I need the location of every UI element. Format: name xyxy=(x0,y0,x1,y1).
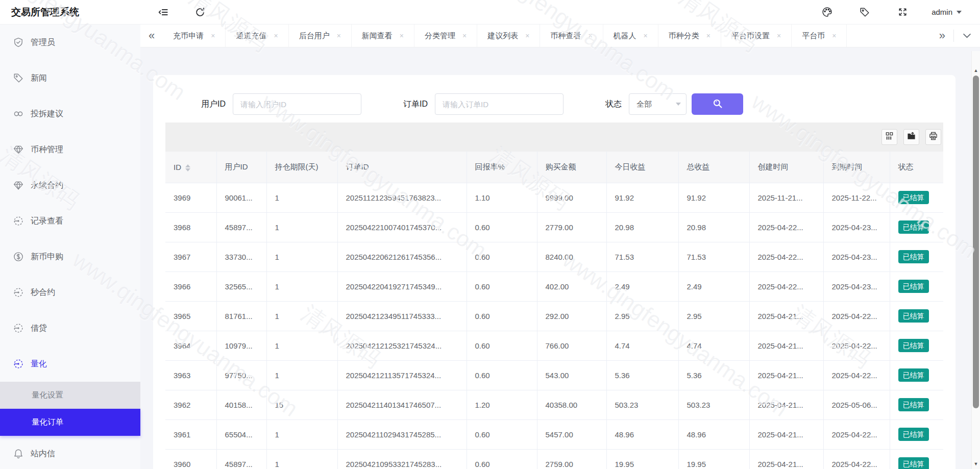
magnifier-icon xyxy=(713,98,723,110)
sidebar-subitem[interactable]: 量化设置 xyxy=(0,382,140,409)
search-button[interactable] xyxy=(692,93,743,115)
table-cell: 3960 xyxy=(165,449,216,469)
table-cell: 45897... xyxy=(216,212,266,242)
tab-close-icon[interactable]: × xyxy=(706,32,710,40)
tab-close-icon[interactable]: × xyxy=(400,32,404,40)
sidebar-item[interactable]: 站内信 xyxy=(0,436,140,469)
table-row: 396165504...1202504211029431745285...0.6… xyxy=(165,419,943,449)
tab-list: 充币申请×通道充值×后台用户×新闻查看×分类管理×建议列表×币种查看×机器人×币… xyxy=(163,24,931,47)
sidebar-item[interactable]: 币种管理 xyxy=(0,132,140,167)
table-cell: 2.49 xyxy=(606,271,678,301)
sidebar-item[interactable]: 永续合约 xyxy=(0,167,140,203)
column-display-button[interactable] xyxy=(881,129,897,145)
table-cell: 2025-04-21... xyxy=(749,449,823,469)
tabs-scroll-right-icon[interactable]: » xyxy=(931,30,953,41)
fold-icon[interactable] xyxy=(155,4,172,21)
tab-close-icon[interactable]: × xyxy=(644,32,648,40)
tab[interactable]: 机器人× xyxy=(603,24,658,47)
tab[interactable]: 新闻查看× xyxy=(352,24,414,47)
tab[interactable]: 币种查看× xyxy=(540,24,603,47)
scrollbar[interactable]: ▲ ▼ xyxy=(971,51,980,469)
sidebar-item-label: 投拆建议 xyxy=(31,109,63,119)
print-button[interactable] xyxy=(925,129,941,145)
tab-close-icon[interactable]: × xyxy=(525,32,529,40)
table-cell: 2025-11-22... xyxy=(823,183,890,212)
tab-close-icon[interactable]: × xyxy=(777,32,781,40)
tag-icon[interactable] xyxy=(856,4,873,21)
table-cell: 90061... xyxy=(216,183,266,212)
table-row: 396397750...1202504212113571745324...0.6… xyxy=(165,360,943,390)
table-cell: 402.00 xyxy=(537,271,606,301)
column-header-label: 到期时间 xyxy=(832,162,863,171)
table-cell: 3966 xyxy=(165,271,216,301)
table-cell: 0.60 xyxy=(467,271,537,301)
sidebar-item[interactable]: 借贷 xyxy=(0,310,140,346)
table-cell: 91.92 xyxy=(606,183,678,212)
table-cell: 2.49 xyxy=(678,271,749,301)
order-id-input[interactable] xyxy=(435,93,564,115)
sidebar-item[interactable]: 秒合约 xyxy=(0,275,140,310)
tab[interactable]: 后台用户× xyxy=(289,24,352,47)
sidebar-subitem[interactable]: 量化订单 xyxy=(0,409,140,436)
tab[interactable]: 建议列表× xyxy=(477,24,540,47)
scrollbar-down-icon[interactable]: ▼ xyxy=(972,460,980,468)
status-badge: 已结算 xyxy=(898,368,929,382)
table-cell: 32565... xyxy=(216,271,266,301)
column-header-label: 订单ID xyxy=(346,162,369,171)
tab-label: 新闻查看 xyxy=(362,31,393,41)
table-cell: 已结算 xyxy=(890,271,943,301)
tab[interactable]: 平台币× xyxy=(792,24,847,47)
table-cell: 40358.00 xyxy=(537,390,606,419)
scrollbar-thumb[interactable] xyxy=(973,76,979,408)
tab-close-icon[interactable]: × xyxy=(462,32,467,40)
fullscreen-icon[interactable] xyxy=(894,4,911,21)
tab-label: 币种查看 xyxy=(550,31,581,41)
tab[interactable]: 币种分类× xyxy=(658,24,721,47)
tab-label: 充币申请 xyxy=(173,31,204,41)
tab-close-icon[interactable]: × xyxy=(274,32,278,40)
table-cell: 0.60 xyxy=(467,419,537,449)
sidebar-item[interactable]: 量化 xyxy=(0,346,140,382)
sidebar-item[interactable]: 管理员 xyxy=(0,24,140,60)
tab[interactable]: 分类管理× xyxy=(414,24,477,47)
tab-right-controls: » xyxy=(931,24,980,47)
sort-carets-icon[interactable] xyxy=(185,164,190,171)
sidebar-item[interactable]: 记录查看 xyxy=(0,203,140,239)
table-cell: 1 xyxy=(266,331,337,360)
table-cell: 3968 xyxy=(165,212,216,242)
tab[interactable]: 平台币设置× xyxy=(721,24,792,47)
scrollbar-up-icon[interactable]: ▲ xyxy=(972,66,980,75)
table-cell: 3962 xyxy=(165,390,216,419)
tab[interactable]: 充币申请× xyxy=(163,24,226,47)
tab-close-icon[interactable]: × xyxy=(588,32,592,40)
status-select[interactable]: 全部 xyxy=(629,93,687,115)
tab-label: 分类管理 xyxy=(425,31,455,41)
palette-icon[interactable] xyxy=(818,4,836,21)
tab-close-icon[interactable]: × xyxy=(832,32,836,40)
sidebar-item[interactable]: 新币申购 xyxy=(0,239,140,275)
sidebar-item[interactable]: 投拆建议 xyxy=(0,96,140,132)
column-header[interactable]: ID xyxy=(165,152,216,183)
table-cell: 91.92 xyxy=(678,183,749,212)
tab-label: 建议列表 xyxy=(487,31,518,41)
tab-close-icon[interactable]: × xyxy=(211,32,215,40)
table-cell: 40158... xyxy=(216,390,266,419)
link-icon xyxy=(13,109,23,119)
table-header-row: ID用户ID持仓期限(天)订单ID回报率%购买金额今日收益总收益创建时间到期时间… xyxy=(165,152,943,183)
table-cell: 202504212125321745324... xyxy=(337,331,467,360)
tab-close-icon[interactable]: × xyxy=(337,32,341,40)
sidebar-item[interactable]: 新闻 xyxy=(0,60,140,96)
refresh-icon[interactable] xyxy=(191,4,209,21)
tabs-menu-chevron-down-icon[interactable] xyxy=(954,33,980,38)
admin-dropdown[interactable]: admin xyxy=(932,8,962,16)
sidebar: 管理员新闻投拆建议币种管理永续合约记录查看新币申购秒合约借贷量化量化设置量化订单… xyxy=(0,24,140,469)
table-row: 396845897...1202504221007401745370...0.6… xyxy=(165,212,943,242)
table-cell: 202504211029431745285... xyxy=(337,419,467,449)
tab[interactable]: 通道充值× xyxy=(226,24,288,47)
filter-bar: 用户ID 订单ID 状态 全部 xyxy=(165,75,943,122)
tabs-scroll-left-icon[interactable]: « xyxy=(140,30,163,41)
export-button[interactable] xyxy=(903,129,919,145)
dollar-circle-icon xyxy=(13,252,23,262)
sidebar-item-label: 管理员 xyxy=(31,37,55,48)
user-id-input[interactable] xyxy=(233,93,361,115)
